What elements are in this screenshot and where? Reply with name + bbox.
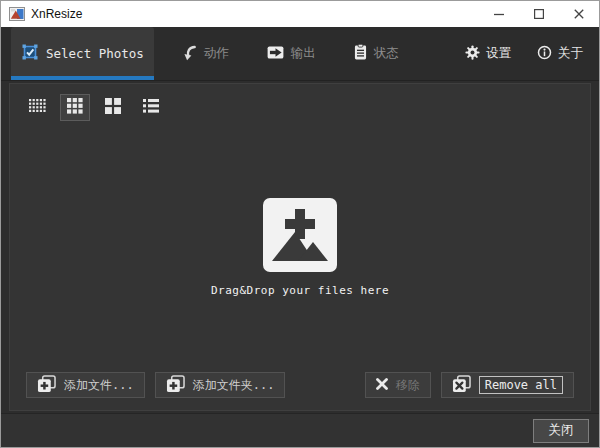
tab-label: 动作 — [204, 45, 229, 62]
minimize-button[interactable] — [479, 1, 519, 27]
tabbar-right-menu: 设置 关于 — [465, 27, 599, 80]
window-title: XnResize — [31, 7, 82, 21]
tab-label: Select Photos — [46, 46, 144, 61]
close-window-button[interactable] — [559, 1, 599, 27]
remove-all-button[interactable]: Remove all — [441, 372, 574, 398]
undo-arrow-icon — [182, 44, 197, 64]
tab-label: 输出 — [291, 45, 316, 62]
add-buttons-group: 添加文件... 添加文件夹... — [26, 372, 285, 398]
stacked-x-icon — [452, 375, 471, 396]
about-button[interactable]: 关于 — [537, 45, 583, 63]
remove-buttons-group: 移除 Remove all — [365, 372, 574, 398]
settings-button[interactable]: 设置 — [465, 45, 511, 63]
dropzone-hint: Drag&Drop your files here — [211, 284, 389, 297]
main-panel: Drag&Drop your files here — [9, 83, 591, 411]
add-files-button[interactable]: 添加文件... — [26, 372, 145, 398]
remove-label: 移除 — [396, 377, 420, 394]
remove-all-label: Remove all — [479, 376, 563, 394]
list-icon — [143, 98, 159, 117]
remove-button[interactable]: 移除 — [365, 372, 431, 398]
tab-output[interactable]: 输出 — [257, 27, 326, 80]
footer-bar: 关闭 — [1, 413, 599, 447]
settings-label: 设置 — [486, 45, 511, 62]
gear-icon — [465, 45, 480, 63]
close-button[interactable]: 关闭 — [533, 419, 589, 443]
maximize-button[interactable] — [519, 1, 559, 27]
tabbar: Select Photos 动作 输出 — [1, 27, 599, 81]
add-file-icon — [37, 375, 56, 396]
info-icon — [537, 45, 552, 63]
add-files-label: 添加文件... — [64, 377, 134, 394]
tab-action[interactable]: 动作 — [172, 27, 239, 80]
dropzone[interactable]: Drag&Drop your files here — [10, 121, 590, 372]
add-folder-label: 添加文件夹... — [193, 377, 275, 394]
clipboard-icon — [354, 44, 367, 63]
grid-large-icon — [105, 98, 121, 118]
app-window: XnResize — [0, 0, 600, 448]
view-list-button[interactable] — [136, 94, 166, 121]
view-grid-small-button[interactable] — [22, 94, 52, 121]
app-logo-icon — [9, 6, 25, 22]
image-plus-mountains-icon — [262, 197, 338, 277]
grid-medium-icon — [67, 98, 83, 118]
selection-check-icon — [21, 43, 39, 64]
window-controls — [479, 1, 599, 27]
view-grid-large-button[interactable] — [98, 94, 128, 121]
file-actions-row: 添加文件... 添加文件夹... — [10, 372, 590, 410]
add-folder-icon — [166, 375, 185, 396]
view-mode-toolbar — [10, 84, 590, 121]
export-icon — [267, 46, 284, 62]
tab-select-photos[interactable]: Select Photos — [11, 27, 154, 80]
tab-label: 状态 — [374, 45, 399, 62]
tab-status[interactable]: 状态 — [344, 27, 409, 80]
x-mark-icon — [376, 378, 388, 393]
add-folder-button[interactable]: 添加文件夹... — [155, 372, 286, 398]
titlebar: XnResize — [1, 1, 599, 27]
grid-small-icon — [29, 98, 46, 117]
about-label: 关于 — [558, 45, 583, 62]
view-grid-medium-button[interactable] — [60, 94, 90, 121]
